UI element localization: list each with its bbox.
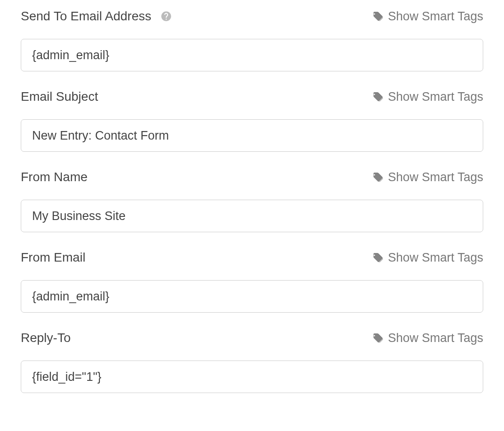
show-smart-tags-link[interactable]: Show Smart Tags: [373, 170, 483, 184]
reply-to-input[interactable]: [21, 361, 483, 393]
field-label-wrap: Email Subject: [21, 89, 98, 104]
field-header: Send To Email Address Show Smart Tags: [21, 9, 483, 23]
field-from-name: From Name Show Smart Tags: [21, 170, 483, 232]
field-header: Email Subject Show Smart Tags: [21, 89, 483, 104]
field-header: From Name Show Smart Tags: [21, 170, 483, 184]
smart-tags-label: Show Smart Tags: [388, 9, 483, 23]
field-header: From Email Show Smart Tags: [21, 250, 483, 265]
smart-tags-label: Show Smart Tags: [388, 90, 483, 104]
tag-icon: [373, 91, 383, 102]
subject-label: Email Subject: [21, 89, 98, 104]
field-subject: Email Subject Show Smart Tags: [21, 89, 483, 152]
from-name-input[interactable]: [21, 200, 483, 232]
field-header: Reply-To Show Smart Tags: [21, 331, 483, 345]
show-smart-tags-link[interactable]: Show Smart Tags: [373, 9, 483, 23]
show-smart-tags-link[interactable]: Show Smart Tags: [373, 90, 483, 104]
tag-icon: [373, 172, 383, 183]
field-label-wrap: From Name: [21, 170, 88, 184]
from-email-input[interactable]: [21, 280, 483, 313]
smart-tags-label: Show Smart Tags: [388, 251, 483, 265]
field-label-wrap: From Email: [21, 250, 85, 265]
send-to-label: Send To Email Address: [21, 9, 151, 23]
send-to-input[interactable]: [21, 39, 483, 71]
help-icon[interactable]: [160, 10, 172, 22]
field-label-wrap: Reply-To: [21, 331, 70, 345]
tag-icon: [373, 11, 383, 22]
field-send-to: Send To Email Address Show Smart Tags: [21, 9, 483, 71]
from-email-label: From Email: [21, 250, 85, 265]
from-name-label: From Name: [21, 170, 88, 184]
show-smart-tags-link[interactable]: Show Smart Tags: [373, 331, 483, 345]
show-smart-tags-link[interactable]: Show Smart Tags: [373, 251, 483, 265]
reply-to-label: Reply-To: [21, 331, 70, 345]
smart-tags-label: Show Smart Tags: [388, 331, 483, 345]
field-reply-to: Reply-To Show Smart Tags: [21, 331, 483, 393]
subject-input[interactable]: [21, 119, 483, 152]
smart-tags-label: Show Smart Tags: [388, 170, 483, 184]
tag-icon: [373, 333, 383, 343]
field-label-wrap: Send To Email Address: [21, 9, 172, 23]
tag-icon: [373, 252, 383, 263]
field-from-email: From Email Show Smart Tags: [21, 250, 483, 313]
